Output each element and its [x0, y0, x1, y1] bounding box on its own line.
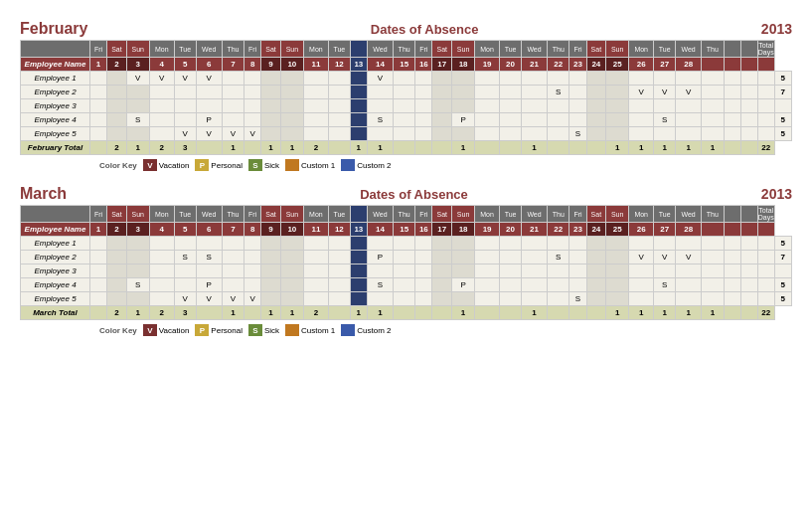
grand-total-cell: 22	[757, 141, 774, 155]
total-cell: 1	[676, 306, 702, 320]
absence-cell	[126, 237, 149, 251]
absence-cell: S	[126, 113, 149, 127]
absence-cell	[432, 237, 452, 251]
absence-cell	[432, 72, 452, 86]
absence-cell	[280, 127, 303, 141]
absence-cell	[740, 86, 757, 99]
dates-of-absence-label: Dates of Absence	[87, 22, 760, 37]
col-header-day: Fri	[415, 41, 432, 58]
col-header-date: 17	[432, 58, 452, 72]
absence-cell	[676, 278, 702, 292]
col-header-day: Thu	[393, 41, 414, 58]
absence-cell	[393, 72, 414, 86]
key-item-label: Sick	[264, 161, 279, 170]
key-box: P	[195, 324, 209, 336]
absence-cell	[548, 72, 569, 86]
absence-cell	[107, 72, 127, 86]
col-header-date	[740, 58, 757, 72]
absence-cell	[452, 237, 475, 251]
absence-cell	[629, 237, 654, 251]
total-cell: 1	[452, 306, 475, 320]
absence-cell	[222, 265, 244, 278]
absence-cell	[107, 99, 127, 113]
absence-cell	[303, 237, 328, 251]
absence-cell	[475, 265, 500, 278]
col-header-day: Thu	[222, 41, 244, 58]
key-item-label: Custom 1	[301, 326, 335, 335]
absence-cell	[676, 72, 702, 86]
absence-cell: S	[174, 251, 196, 265]
absence-cell	[606, 127, 629, 141]
checkbox-cell	[757, 237, 774, 251]
col-header-date: 26	[629, 223, 654, 237]
absence-cell	[654, 292, 676, 306]
total-cell	[393, 141, 414, 155]
total-cell: 1	[702, 141, 724, 155]
absence-cell	[676, 265, 702, 278]
absence-cell	[174, 99, 196, 113]
total-cell	[90, 141, 107, 155]
absence-cell	[432, 113, 452, 127]
absence-cell	[280, 251, 303, 265]
table-row: Employee 15	[21, 237, 792, 251]
key-box	[341, 159, 355, 171]
absence-cell	[724, 72, 740, 86]
key-box: V	[143, 159, 157, 171]
col-header-date: 24	[586, 58, 606, 72]
col-header-day	[350, 206, 367, 223]
absence-cell	[261, 265, 281, 278]
col-header-day: Fri	[569, 41, 586, 58]
absence-cell	[548, 113, 569, 127]
total-cell	[569, 306, 586, 320]
col-header-date: 20	[500, 58, 522, 72]
absence-cell	[90, 251, 107, 265]
absence-cell	[521, 292, 547, 306]
absence-cell: V	[196, 72, 222, 86]
total-row-label: February Total	[21, 141, 90, 155]
col-header-date: 10	[280, 58, 303, 72]
absence-cell	[740, 237, 757, 251]
absence-cell	[606, 86, 629, 99]
total-cell	[475, 306, 500, 320]
col-header-date: 28	[676, 58, 702, 72]
table-row: Employee 4SPSPS5	[21, 278, 792, 292]
absence-cell	[724, 251, 740, 265]
absence-cell	[586, 251, 606, 265]
total-row: February Total2123111211111111122	[21, 141, 792, 155]
col-header-date: 24	[586, 223, 606, 237]
employee-name: Employee 1	[21, 237, 90, 251]
absence-cell	[280, 99, 303, 113]
absence-cell	[475, 72, 500, 86]
col-header-date: 3	[126, 223, 149, 237]
total-cell: 1	[350, 306, 367, 320]
absence-cell	[740, 292, 757, 306]
total-days-cell: 5	[774, 113, 791, 127]
absence-cell	[432, 86, 452, 99]
absence-cell	[149, 292, 174, 306]
key-box	[341, 324, 355, 336]
col-header-date: 21	[521, 223, 547, 237]
col-header-day: Mon	[149, 206, 174, 223]
absence-cell	[350, 237, 367, 251]
absence-cell	[629, 72, 654, 86]
col-header-date: 8	[244, 58, 261, 72]
absence-cell	[415, 86, 432, 99]
col-header-day: Thu	[393, 206, 414, 223]
absence-cell	[740, 113, 757, 127]
absence-cell	[244, 86, 261, 99]
total-cell: 1	[676, 141, 702, 155]
color-key: Color KeyVVacationPPersonalSSickCustom 1…	[20, 159, 792, 171]
absence-cell	[393, 86, 414, 99]
checkbox-cell	[757, 72, 774, 86]
absence-cell	[149, 278, 174, 292]
absence-cell	[280, 265, 303, 278]
absence-cell	[367, 99, 393, 113]
dates-of-absence-label: Dates of Absence	[67, 187, 761, 202]
absence-cell	[475, 86, 500, 99]
absence-cell	[475, 237, 500, 251]
absence-cell	[676, 237, 702, 251]
absence-cell	[586, 265, 606, 278]
absence-cell	[90, 265, 107, 278]
total-cell: 1	[654, 141, 676, 155]
absence-cell	[261, 99, 281, 113]
